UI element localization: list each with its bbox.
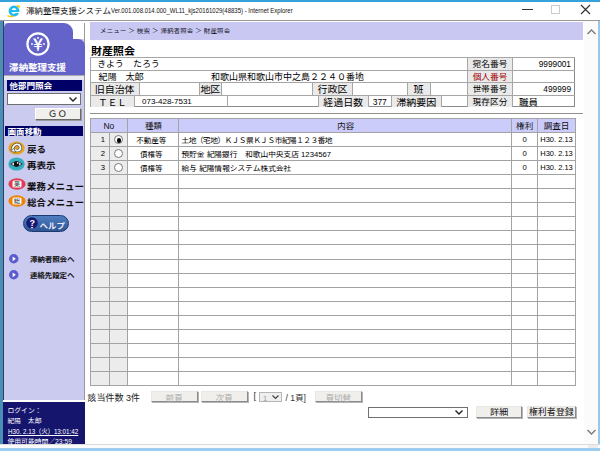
svg-text:総: 総	[14, 195, 21, 205]
svg-text:￥: ￥	[31, 32, 46, 53]
svg-text:業: 業	[14, 178, 21, 188]
svg-text:?: ?	[29, 218, 35, 228]
